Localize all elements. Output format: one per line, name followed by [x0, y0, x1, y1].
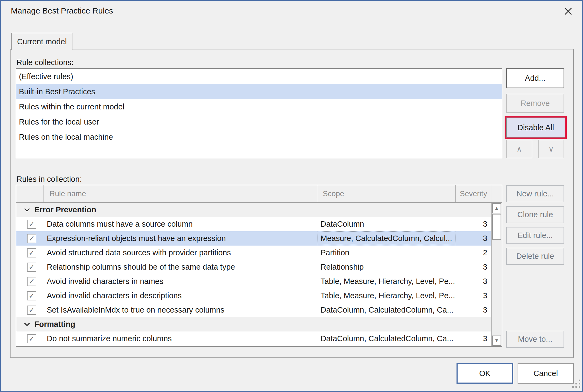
collection-list-item[interactable]: (Effective rules) — [16, 69, 502, 84]
column-header-severity[interactable]: Severity — [456, 185, 491, 202]
rule-severity-cell: 3 — [456, 263, 491, 272]
dialog-title: Manage Best Practice Rules — [11, 6, 113, 15]
rules-table-header: Rule name Scope Severity — [16, 185, 502, 203]
rule-group-name: Formatting — [34, 320, 75, 329]
rule-row[interactable]: ✓Do not summarize numeric columnsDataCol… — [16, 331, 491, 346]
rule-collections-label: Rule collections: — [16, 58, 74, 67]
vertical-scrollbar[interactable]: ▲ ▼ — [491, 203, 502, 346]
rule-row[interactable]: ✓Avoid structured data sources with prov… — [16, 246, 491, 260]
rule-collections-listbox[interactable]: (Effective rules)Built-in Best Practices… — [16, 68, 502, 158]
scroll-down-button[interactable]: ▼ — [492, 336, 501, 346]
rule-enabled-checkbox[interactable]: ✓ — [27, 234, 36, 243]
rule-enabled-checkbox[interactable]: ✓ — [27, 277, 36, 286]
collection-list-item[interactable]: Built-in Best Practices — [16, 84, 502, 99]
rule-name-cell: Relationship columns should be of the sa… — [44, 263, 317, 272]
move-collection-up-button[interactable]: ∧ — [506, 140, 532, 158]
rule-enabled-checkbox[interactable]: ✓ — [27, 248, 36, 257]
column-header-stub — [491, 185, 501, 202]
tab-current-model[interactable]: Current model — [11, 33, 72, 50]
disable-all-button[interactable]: Disable All — [506, 118, 565, 138]
chevron-down-icon — [24, 322, 30, 327]
chevron-down-icon — [24, 208, 30, 212]
rule-scope-cell[interactable]: Relationship — [317, 260, 456, 274]
collection-list-item[interactable]: Rules within the current model — [16, 99, 502, 114]
rule-enabled-checkbox[interactable]: ✓ — [27, 220, 36, 229]
rule-name-cell: Do not summarize numeric columns — [44, 334, 317, 343]
close-x-glyph — [564, 7, 573, 16]
rule-row[interactable]: ✓Set IsAvailableInMdx to true on necessa… — [16, 303, 491, 317]
rule-checkbox-cell: ✓ — [16, 263, 44, 272]
rule-scope-cell[interactable]: Partition — [317, 246, 456, 260]
scroll-up-button[interactable]: ▲ — [492, 203, 501, 213]
rule-scope-cell[interactable]: Table, Measure, Hierarchy, Level, Pe... — [317, 274, 456, 289]
rule-name-cell: Data columns must have a source column — [44, 220, 317, 229]
rule-checkbox-cell: ✓ — [16, 277, 44, 286]
rule-scope-cell[interactable]: DataColumn, CalculatedColumn, Ca... — [317, 331, 456, 346]
rule-group-name: Error Prevention — [34, 205, 96, 214]
rule-severity-cell: 3 — [456, 306, 491, 314]
rule-scope-cell[interactable]: Table, Measure, Hierarchy, Level, Pe... — [317, 289, 456, 303]
rule-name-cell: Avoid invalid characters in descriptions — [44, 291, 317, 300]
rule-checkbox-cell: ✓ — [16, 234, 44, 243]
rule-checkbox-cell: ✓ — [16, 306, 44, 315]
rule-checkbox-cell: ✓ — [16, 334, 44, 343]
rule-row[interactable]: ✓Expression-reliant objects must have an… — [16, 231, 491, 246]
close-icon[interactable] — [562, 5, 574, 18]
rule-severity-cell: 3 — [456, 234, 491, 243]
rules-in-collection-label: Rules in collection: — [16, 175, 82, 184]
rule-row[interactable]: ✓Avoid invalid characters in namesTable,… — [16, 274, 491, 289]
delete-rule-button[interactable]: Delete rule — [506, 248, 564, 265]
add-button[interactable]: Add... — [506, 68, 564, 88]
edit-rule-button[interactable]: Edit rule... — [506, 227, 564, 244]
rule-group-header[interactable]: Formatting — [16, 317, 491, 331]
collection-list-item[interactable]: Rules on the local machine — [16, 129, 502, 145]
column-header-rule-name[interactable]: Rule name — [44, 185, 317, 202]
collection-list-item[interactable]: Rules for the local user — [16, 114, 502, 129]
triangle-down-icon: ▼ — [494, 338, 499, 343]
rule-name-cell: Avoid invalid characters in names — [44, 277, 317, 286]
clone-rule-button[interactable]: Clone rule — [506, 206, 564, 223]
rule-checkbox-cell: ✓ — [16, 220, 44, 229]
rule-row[interactable]: ✓Relationship columns should be of the s… — [16, 260, 491, 274]
rule-group-header[interactable]: Error Prevention — [16, 203, 491, 217]
rule-enabled-checkbox[interactable]: ✓ — [27, 291, 36, 300]
rule-enabled-checkbox[interactable]: ✓ — [27, 334, 36, 343]
rule-severity-cell: 2 — [456, 248, 491, 257]
rule-severity-cell: 3 — [456, 334, 491, 343]
rule-scope-cell[interactable]: DataColumn, CalculatedColumn, Ca... — [317, 303, 456, 317]
rules-table-body: Error Prevention✓Data columns must have … — [16, 203, 491, 346]
new-rule-button[interactable]: New rule... — [506, 185, 564, 202]
disable-all-highlight-annotation: Disable All — [505, 116, 567, 139]
rule-severity-cell: 3 — [456, 291, 491, 300]
cancel-button[interactable]: Cancel — [518, 363, 574, 384]
rule-severity-cell: 3 — [456, 277, 491, 286]
ok-button[interactable]: OK — [457, 363, 513, 384]
rule-checkbox-cell: ✓ — [16, 248, 44, 257]
rule-row[interactable]: ✓Avoid invalid characters in description… — [16, 289, 491, 303]
scrollbar-thumb[interactable] — [492, 214, 501, 240]
triangle-up-icon: ▲ — [494, 206, 499, 211]
move-collection-down-button[interactable]: ∨ — [538, 140, 564, 158]
rule-checkbox-cell: ✓ — [16, 291, 44, 300]
rule-scope-cell[interactable]: Measure, CalculatedColumn, Calcul... — [317, 231, 456, 246]
rule-enabled-checkbox[interactable]: ✓ — [27, 263, 36, 272]
manage-best-practice-rules-dialog: Manage Best Practice Rules Current model… — [0, 0, 583, 392]
rule-row[interactable]: ✓Data columns must have a source columnD… — [16, 217, 491, 231]
column-header-checkbox[interactable] — [16, 185, 44, 202]
resize-grip[interactable] — [572, 379, 581, 389]
column-header-scope[interactable]: Scope — [317, 185, 456, 202]
move-to-button[interactable]: Move to... — [506, 331, 564, 348]
rule-scope-cell[interactable]: DataColumn — [317, 217, 456, 231]
rule-enabled-checkbox[interactable]: ✓ — [27, 306, 36, 315]
rule-name-cell: Set IsAvailableInMdx to true on necessar… — [44, 306, 317, 314]
remove-button[interactable]: Remove — [506, 94, 564, 113]
rule-severity-cell: 3 — [456, 220, 491, 229]
rule-name-cell: Expression-reliant objects must have an … — [44, 234, 317, 243]
rule-name-cell: Avoid structured data sources with provi… — [44, 248, 317, 257]
rules-table: Rule name Scope Severity Error Preventio… — [16, 185, 502, 347]
